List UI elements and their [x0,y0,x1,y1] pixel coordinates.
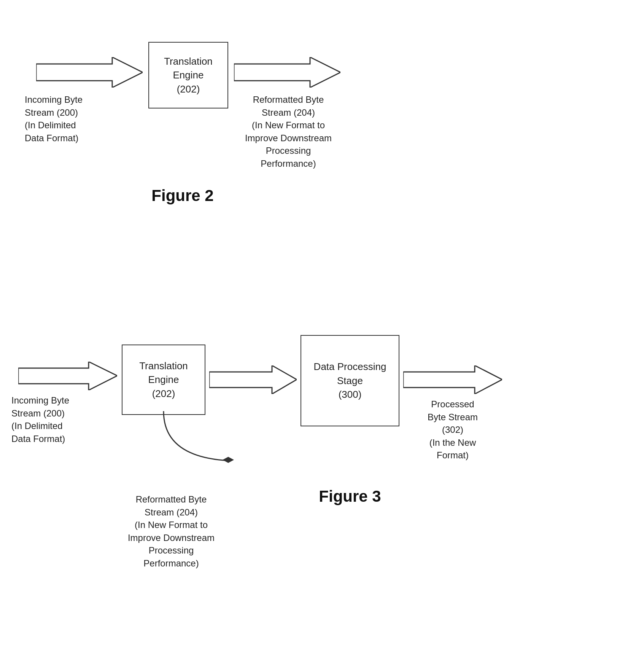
fig3-reformatted-label: Reformatted Byte Stream (204) (In New Fo… [114,493,228,570]
fig2-translation-engine-label: Translation Engine (202) [164,54,213,96]
fig2-outgoing-label: Reformatted Byte Stream (204) (In New Fo… [235,93,342,170]
fig3-caption: Figure 3 [274,487,426,506]
svg-marker-1 [234,57,340,88]
svg-marker-2 [18,362,117,390]
fig3-translation-engine-box: Translation Engine (202) [122,345,205,415]
fig2-incoming-label: Incoming Byte Stream (200) (In Delimited… [25,93,101,144]
diagram-container: Incoming Byte Stream (200) (In Delimited… [0,0,644,670]
svg-marker-3 [209,365,297,394]
fig3-incoming-label: Incoming Byte Stream (200) (In Delimited… [11,394,87,445]
fig2-caption: Figure 2 [107,187,259,205]
fig3-processed-label: Processed Byte Stream (302) (In the New … [407,398,498,462]
fig3-output-arrow [403,365,502,394]
fig3-incoming-arrow [18,362,117,390]
fig3-curved-arrow [145,411,312,487]
svg-marker-5 [223,457,234,463]
svg-marker-0 [36,57,143,88]
figure2: Incoming Byte Stream (200) (In Delimited… [0,23,644,244]
fig2-incoming-arrow [36,57,143,88]
fig2-outgoing-arrow [234,57,340,88]
figure3: Incoming Byte Stream (200) (In Delimited… [0,286,644,651]
fig3-data-processing-box: Data Processing Stage (300) [301,335,399,426]
fig3-data-processing-label: Data Processing Stage (300) [314,360,386,401]
fig3-translation-engine-label: Translation Engine (202) [139,359,188,400]
svg-marker-4 [403,365,502,394]
fig2-translation-engine-box: Translation Engine (202) [148,42,228,108]
fig3-middle-arrow [209,365,297,394]
